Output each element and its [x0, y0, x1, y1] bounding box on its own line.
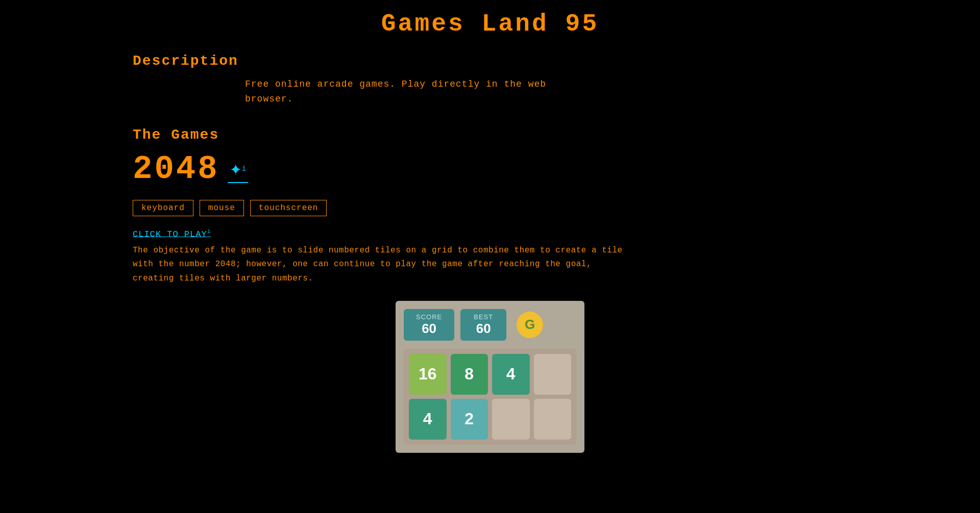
- game-description: The objective of the game is to slide nu…: [133, 244, 633, 286]
- game-preview: SCORE 60 BEST 60 G 168442: [396, 301, 584, 453]
- best-box: BEST 60: [460, 309, 506, 341]
- restart-icon: G: [525, 317, 535, 332]
- content-area: Description Free online arcade games. Pl…: [0, 53, 980, 453]
- click-super: i: [207, 228, 211, 235]
- score-label: SCORE: [416, 313, 442, 321]
- best-label: BEST: [473, 313, 494, 321]
- grid-tile: 4: [492, 354, 530, 395]
- games-heading: The Games: [133, 127, 847, 143]
- game-title: 2048: [133, 151, 219, 188]
- game-icon-super: i: [242, 165, 246, 173]
- games-section: The Games 2048 ✦i keyboard mouse touchsc…: [133, 127, 847, 453]
- best-value: 60: [473, 321, 494, 337]
- grid-tile: [492, 399, 530, 440]
- click-to-play-text: CLICK TO PLAY: [133, 229, 207, 239]
- page-wrapper: Games Land 95 Description Free online ar…: [0, 0, 980, 453]
- grid-tile: [534, 354, 572, 395]
- tags-row: keyboard mouse touchscreen: [133, 200, 847, 216]
- score-row: SCORE 60 BEST 60 G: [404, 309, 576, 341]
- game-icon: ✦i: [228, 155, 249, 183]
- click-to-play-wrapper: CLICK TO PLAYi: [133, 228, 847, 244]
- description-line1: Free online arcade games. Play directly …: [245, 79, 546, 89]
- description-line2: browser.: [245, 94, 293, 104]
- tag-keyboard: keyboard: [133, 200, 193, 216]
- tag-touchscreen: touchscreen: [250, 200, 327, 216]
- score-box: SCORE 60: [404, 309, 454, 341]
- description-text: Free online arcade games. Play directly …: [133, 77, 847, 107]
- game-title-row: 2048 ✦i: [133, 151, 847, 188]
- grid-tile: 4: [409, 399, 447, 440]
- click-to-play-link[interactable]: CLICK TO PLAYi: [133, 228, 211, 239]
- page-title: Games Land 95: [0, 0, 980, 53]
- grid-tile: 2: [451, 399, 488, 440]
- description-heading: Description: [133, 53, 847, 69]
- score-value: 60: [416, 321, 442, 337]
- grid-tile: [534, 399, 572, 440]
- game-grid: 168442: [404, 349, 576, 445]
- tag-mouse: mouse: [200, 200, 244, 216]
- grid-tile: 8: [451, 354, 488, 395]
- game-restart-button[interactable]: G: [517, 312, 543, 338]
- grid-tile: 16: [409, 354, 447, 395]
